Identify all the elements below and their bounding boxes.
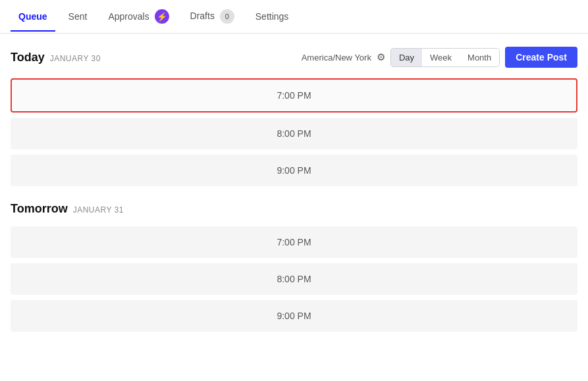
view-day-button[interactable]: Day: [391, 49, 422, 66]
tomorrow-header: Tomorrow JANUARY 31: [11, 202, 577, 216]
tab-settings[interactable]: Settings: [248, 2, 297, 31]
main-content: Today JANUARY 30 America/New York ⚙ Day …: [0, 34, 588, 350]
tab-drafts[interactable]: Drafts 0: [182, 0, 242, 33]
create-post-button[interactable]: Create Post: [505, 47, 577, 68]
time-slot-tomorrow-2[interactable]: 8:00 PM: [11, 263, 577, 295]
view-switcher: Day Week Month: [390, 48, 500, 67]
today-date-value: JANUARY 30: [50, 54, 101, 63]
tomorrow-section: Tomorrow JANUARY 31 7:00 PM 8:00 PM 9:00…: [11, 202, 577, 332]
tomorrow-time-slots: 7:00 PM 8:00 PM 9:00 PM: [11, 226, 577, 332]
drafts-badge: 0: [220, 9, 234, 24]
tab-approvals[interactable]: Approvals ⚡: [100, 0, 176, 33]
approvals-badge: ⚡: [155, 9, 169, 24]
today-label: Today: [11, 51, 45, 64]
view-week-button[interactable]: Week: [422, 49, 460, 66]
tomorrow-date-value: JANUARY 31: [73, 205, 124, 215]
view-month-button[interactable]: Month: [460, 49, 499, 66]
time-slot-tomorrow-3[interactable]: 9:00 PM: [11, 300, 577, 332]
tab-queue[interactable]: Queue: [11, 2, 55, 31]
nav-tabs: Queue Sent Approvals ⚡ Drafts 0 Settings: [0, 0, 588, 34]
tab-sent[interactable]: Sent: [61, 2, 95, 31]
timezone-label: America/New York: [302, 53, 371, 63]
today-header: Today JANUARY 30 America/New York ⚙ Day …: [11, 47, 577, 68]
time-slot-today-1[interactable]: 7:00 PM: [11, 78, 577, 113]
toolbar-right: America/New York ⚙ Day Week Month Create…: [302, 47, 577, 68]
today-date: Today JANUARY 30: [11, 51, 101, 64]
time-slot-today-2[interactable]: 8:00 PM: [11, 118, 577, 149]
settings-icon[interactable]: ⚙: [377, 51, 385, 63]
today-time-slots: 7:00 PM 8:00 PM 9:00 PM: [11, 78, 577, 186]
tomorrow-label: Tomorrow: [11, 202, 68, 216]
time-slot-today-3[interactable]: 9:00 PM: [11, 155, 577, 186]
time-slot-tomorrow-1[interactable]: 7:00 PM: [11, 226, 577, 258]
